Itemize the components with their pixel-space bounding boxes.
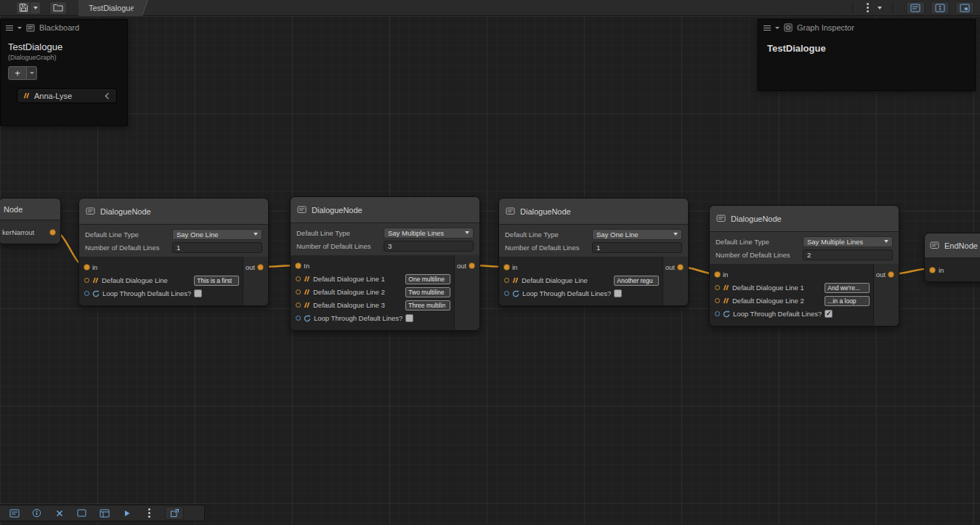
overflow-caret-button[interactable] <box>875 1 885 15</box>
graph-canvas[interactable]: TestDialogue <box>0 0 980 525</box>
loop-icon <box>92 290 100 297</box>
out-port[interactable] <box>469 263 474 268</box>
line-type-label: Default Line Type <box>505 231 592 239</box>
field-value: 2 <box>807 251 811 259</box>
dialogue-line-field[interactable]: Another regu <box>614 276 659 286</box>
save-options-button[interactable] <box>31 1 41 15</box>
chevron-left-icon[interactable] <box>105 92 111 98</box>
out-port[interactable] <box>678 265 683 270</box>
dialogue-line-field[interactable]: And we're... <box>825 283 870 293</box>
chevron-down-icon <box>878 7 882 9</box>
out-port[interactable] <box>888 272 894 277</box>
dialogue-node-icon <box>86 207 95 215</box>
add-property-button[interactable]: + <box>8 66 27 80</box>
end-node-icon <box>930 241 939 249</box>
num-lines-field[interactable]: 1 <box>172 242 262 253</box>
line-type-dropdown[interactable]: Say One Line <box>172 229 262 240</box>
node-header[interactable]: DialogueNode <box>79 199 268 225</box>
dialogue-line-field[interactable]: Three multilin <box>405 300 450 310</box>
dialogue-line-field[interactable]: Two multiline <box>405 287 450 297</box>
loop-checkbox[interactable]: ✓ <box>825 310 833 318</box>
collapse-caret-icon[interactable] <box>775 27 779 29</box>
blackboard-property-anna-lyse[interactable]: Anna-Lyse <box>17 88 117 103</box>
dialogue-line-port[interactable] <box>504 278 509 283</box>
collapse-caret-icon[interactable] <box>17 27 22 29</box>
in-port[interactable] <box>504 265 509 270</box>
loop-checkbox[interactable] <box>614 289 622 297</box>
graph-inspector-toggle-button[interactable] <box>931 1 949 15</box>
node-header[interactable]: DialogueNode <box>499 199 688 225</box>
node-header[interactable]: DialogueNode <box>710 206 899 232</box>
dialogue-line-field[interactable]: This is a first <box>194 276 239 286</box>
dialogue-line-port[interactable] <box>296 302 301 308</box>
field-value: Two multiline <box>408 289 444 296</box>
loop-checkbox[interactable] <box>194 289 202 297</box>
board-icon <box>100 509 110 518</box>
open-asset-button[interactable] <box>49 1 67 15</box>
speaker-name-label: kerName <box>2 228 25 236</box>
dialogue-line-field[interactable]: ...in a loop <box>825 296 870 306</box>
save-button[interactable] <box>16 1 31 15</box>
add-property-caret-button[interactable] <box>27 66 37 80</box>
node-title: Node <box>4 205 23 214</box>
dialogue-line-port[interactable] <box>296 276 301 281</box>
overflow-menu-button[interactable] <box>138 506 161 520</box>
tab-testdialogue[interactable]: TestDialogue <box>78 0 139 16</box>
play-button[interactable] <box>116 506 138 520</box>
node-header[interactable]: DialogueNode <box>291 197 479 223</box>
loop-port[interactable] <box>84 291 89 296</box>
dialogue-line-port[interactable] <box>296 289 301 294</box>
tools-button[interactable] <box>48 506 70 520</box>
dialogue-node-1[interactable]: DialogueNode Default Line Type Say One L… <box>78 198 269 306</box>
dropdown-value: Say Multiple Lines <box>807 238 863 246</box>
in-port[interactable] <box>84 265 89 270</box>
out-port-label: out <box>876 270 886 278</box>
node-title: EndNode <box>944 241 978 250</box>
board-button[interactable] <box>93 506 116 520</box>
out-port[interactable] <box>50 230 55 235</box>
in-port-label: in <box>512 263 517 271</box>
out-port[interactable] <box>258 265 263 270</box>
num-lines-field[interactable]: 3 <box>384 241 474 252</box>
dialogue-line-port[interactable] <box>715 285 720 290</box>
line-type-dropdown[interactable]: Say One Line <box>592 229 682 240</box>
loop-port[interactable] <box>296 316 301 321</box>
in-port[interactable] <box>715 272 720 277</box>
dialogue-node-3[interactable]: DialogueNode Default Line Type Say One L… <box>498 198 689 306</box>
minimap-toggle-button[interactable] <box>955 1 974 15</box>
blackboard-asset: TestDialogue (DialogueGraph) <box>1 36 127 61</box>
dialogue-node-2[interactable]: DialogueNode Default Line Type Say Multi… <box>290 196 480 331</box>
dialogue-line-field[interactable]: One multiline <box>405 274 450 284</box>
dialogue-line-port[interactable] <box>84 278 89 283</box>
dialogue-line-label: Default Dialogue Line 2 <box>732 297 822 305</box>
in-port[interactable] <box>930 268 935 273</box>
blackboard-toggle-button[interactable] <box>906 1 925 15</box>
frame-button[interactable] <box>70 506 93 520</box>
out-port-label: out <box>25 228 47 236</box>
blackboard-button[interactable] <box>3 506 25 520</box>
num-lines-field[interactable]: 1 <box>592 242 682 253</box>
open-external-window-button[interactable] <box>165 506 184 520</box>
dialogue-line-port[interactable] <box>715 298 720 303</box>
node-header[interactable]: Node <box>0 199 60 220</box>
dialogue-node-4[interactable]: DialogueNode Default Line Type Say Multi… <box>709 205 899 326</box>
in-port[interactable] <box>296 263 301 268</box>
node-header[interactable]: EndNode <box>925 233 980 258</box>
quote-icon <box>92 277 99 284</box>
num-lines-field[interactable]: 2 <box>803 249 893 260</box>
blackboard-asset-subtitle: (DialogueGraph) <box>8 54 127 61</box>
line-type-dropdown[interactable]: Say Multiple Lines <box>803 236 893 247</box>
line-type-dropdown[interactable]: Say Multiple Lines <box>384 228 474 239</box>
node-title: DialogueNode <box>312 206 363 215</box>
overflow-menu-button[interactable] <box>860 1 875 15</box>
loop-port[interactable] <box>504 291 509 296</box>
end-node[interactable]: EndNode in <box>924 233 980 282</box>
quote-icon <box>304 276 310 282</box>
loop-port[interactable] <box>715 311 720 316</box>
inspector-button[interactable] <box>25 506 48 520</box>
start-node[interactable]: Node kerName out <box>0 198 61 244</box>
graph-inspector-header[interactable]: Graph Inspector <box>758 20 975 36</box>
blackboard-header[interactable]: Blackboard <box>1 20 127 36</box>
loop-checkbox[interactable] <box>405 314 413 322</box>
inspector-panel-icon <box>935 4 945 12</box>
